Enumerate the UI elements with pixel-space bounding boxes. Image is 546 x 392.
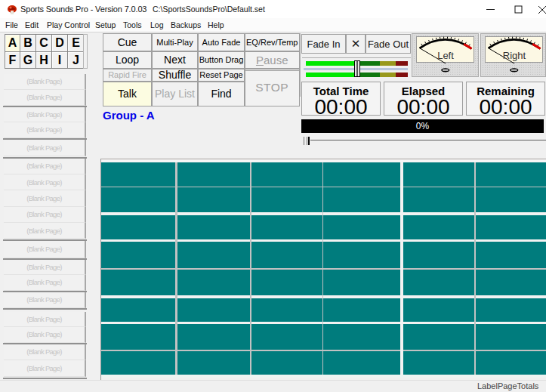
svg-text:Right: Right bbox=[503, 50, 526, 61]
svg-text:Left: Left bbox=[437, 50, 454, 61]
